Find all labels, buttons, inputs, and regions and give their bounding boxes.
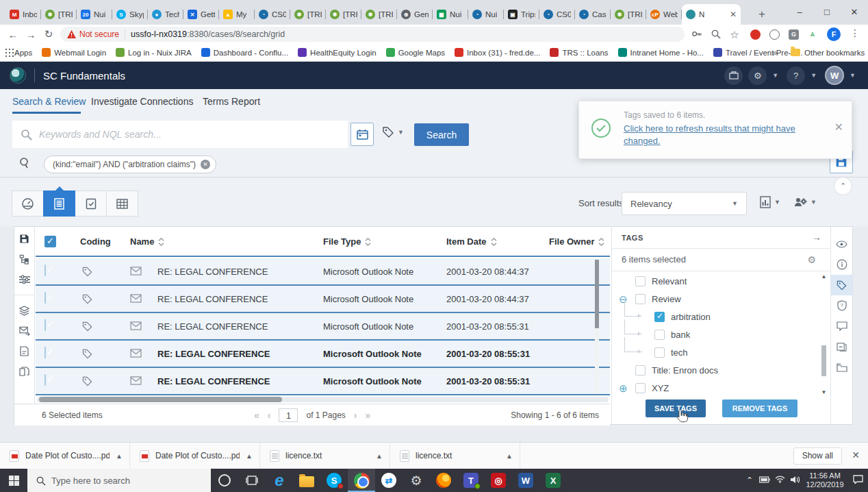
remove-tags-button[interactable]: REMOVE TAGS — [722, 399, 797, 417]
tag-checkbox[interactable] — [654, 347, 665, 358]
browser-tab[interactable]: ✱[TRI — [611, 4, 646, 25]
hierarchy-icon[interactable] — [19, 254, 29, 265]
next-page-icon[interactable]: › — [354, 410, 357, 421]
forward-icon[interactable]: → — [22, 29, 40, 40]
document-icon[interactable] — [20, 346, 29, 356]
checklist-view-icon[interactable] — [75, 190, 107, 217]
row-checkbox[interactable] — [44, 265, 46, 276]
battery-icon[interactable] — [757, 476, 772, 485]
toast-refresh-link[interactable]: Click here to refresh results that might… — [624, 123, 826, 147]
tag-tree-item[interactable]: ⊕XYZ — [612, 379, 821, 397]
tray-chevron-icon[interactable]: ⌃ — [742, 476, 757, 485]
bookmark-item[interactable]: Apps — [5, 49, 32, 57]
tags-panel-icon[interactable] — [831, 275, 853, 295]
other-bookmarks-button[interactable]: Other bookmarks — [791, 49, 865, 57]
browser-tab[interactable]: ◔Case — [575, 4, 611, 25]
download-chevron-icon[interactable]: ▲ — [376, 452, 383, 460]
reload-icon[interactable]: ↻ — [40, 28, 58, 40]
mail-export-icon[interactable] — [19, 326, 30, 336]
browser-tab[interactable]: ✱[TRI — [290, 4, 326, 25]
taskbar-search-input[interactable] — [51, 476, 188, 486]
bookmark-item[interactable]: Google Maps — [386, 48, 445, 57]
bookmark-item[interactable]: Intranet Home - Ho... — [618, 48, 704, 57]
new-tab-button[interactable]: + — [753, 5, 771, 23]
bookmark-item[interactable]: Travel / Event Pre-A... — [713, 48, 803, 57]
teamviewer-icon[interactable]: ⇄ — [375, 469, 403, 492]
browser-tab[interactable]: MInbo — [5, 4, 41, 25]
list-view-icon[interactable] — [43, 190, 75, 217]
url-box[interactable]: Not secure ussfo-l-nx0319 :8380/cases/8/… — [60, 27, 685, 42]
table-row[interactable]: RE: LEGAL CONFERENCEMicrosoft Outlook No… — [36, 313, 610, 341]
last-page-icon[interactable]: » — [366, 410, 371, 421]
cortana-icon[interactable] — [211, 469, 238, 492]
download-chevron-icon[interactable]: ▲ — [506, 452, 513, 460]
column-name[interactable]: Name — [130, 236, 164, 247]
red-app-icon[interactable]: ◎ — [485, 469, 512, 492]
extension-g-icon[interactable]: G — [789, 29, 799, 40]
bookmark-item[interactable]: TRS :: Loans — [550, 48, 608, 57]
preview-eye-icon[interactable] — [831, 234, 853, 254]
bookmark-item[interactable]: Inbox (31) - fred.de... — [455, 48, 540, 57]
tag-tree-item[interactable]: ⊖Review — [612, 290, 821, 308]
taskbar-clock[interactable]: 11:56 AM 12/20/2019 — [802, 471, 847, 489]
browser-tab[interactable]: ◔CS0 — [539, 4, 575, 25]
help-icon[interactable]: ? — [787, 66, 805, 85]
date-filter-button[interactable] — [350, 123, 374, 146]
tab-close-icon[interactable]: ✕ — [730, 10, 737, 19]
column-item-date[interactable]: Item Date — [446, 236, 497, 247]
table-vertical-scrollbar[interactable] — [595, 260, 599, 394]
row-checkbox[interactable] — [44, 319, 46, 331]
browser-tab[interactable]: ▲My — [219, 4, 255, 25]
toast-close-icon[interactable]: ✕ — [834, 121, 843, 134]
window-maximize-button[interactable]: □ — [813, 0, 841, 25]
expand-panel-arrow-icon[interactable]: → — [812, 232, 821, 243]
tag-checkbox[interactable] — [635, 365, 646, 376]
settings-gear-icon[interactable]: ⚙ — [748, 66, 767, 85]
download-item[interactable]: licence.txt▲ — [390, 443, 520, 469]
bookmark-item[interactable]: HealthEquity Login — [298, 48, 376, 57]
user-caret-icon[interactable]: ▼ — [850, 72, 856, 79]
row-checkbox[interactable] — [44, 347, 46, 358]
chart-options-button[interactable]: ▼ — [760, 196, 780, 208]
save-tags-button[interactable]: SAVE TAGS — [646, 399, 706, 417]
excel-icon[interactable]: X — [539, 469, 567, 492]
bookmark-star-icon[interactable]: ☆ — [728, 29, 741, 41]
browser-tab-active[interactable]: N✕ — [682, 4, 741, 25]
browser-tab[interactable]: ⊕Gen — [397, 4, 433, 25]
browser-menu-icon[interactable]: ⋮ — [850, 27, 860, 38]
settings-caret-icon[interactable]: ▼ — [772, 72, 778, 79]
search-button[interactable]: Search — [414, 123, 469, 146]
taskbar-search[interactable] — [27, 469, 211, 492]
browser-tab[interactable]: ▣Trips — [504, 4, 539, 25]
zoom-icon[interactable] — [709, 29, 722, 41]
download-chevron-icon[interactable]: ▲ — [116, 452, 123, 460]
chrome-icon[interactable] — [348, 469, 375, 492]
bookmarks-overflow-icon[interactable]: » — [772, 47, 777, 58]
tag-checkbox[interactable] — [635, 276, 646, 286]
show-all-downloads-button[interactable]: Show all — [793, 447, 842, 465]
table-row[interactable]: RE: LEGAL CONFERENCEMicrosoft Outlook No… — [36, 258, 610, 286]
help-caret-icon[interactable]: ▼ — [810, 72, 817, 79]
action-center-icon[interactable] — [847, 475, 868, 486]
tag-tree-item[interactable]: arbitration — [612, 308, 821, 325]
back-icon[interactable]: ← — [4, 29, 22, 40]
file-explorer-icon[interactable] — [293, 469, 320, 492]
table-row[interactable]: RE: LEGAL CONFERENCEMicrosoft Outlook No… — [36, 286, 610, 313]
browser-tab[interactable]: cPWeb — [646, 4, 682, 25]
column-file-type[interactable]: File Type — [323, 236, 371, 247]
firefox-icon[interactable] — [430, 469, 457, 492]
table-row[interactable]: RE: LEGAL CONFERENCEMicrosoft Outlook No… — [36, 341, 610, 368]
browser-tab[interactable]: ●Tech — [148, 4, 183, 25]
query-chip[interactable]: (kind:"email") AND ("arbitration claims"… — [44, 156, 216, 173]
prev-page-icon[interactable]: ‹ — [268, 410, 271, 421]
browser-tab[interactable]: ✱[TRI — [41, 4, 77, 25]
search-options-button[interactable]: ▼ — [382, 126, 404, 138]
browser-tab[interactable]: SSkyp — [112, 4, 148, 25]
download-item[interactable]: Date Plot of Custo....pdf▲ — [0, 443, 130, 469]
column-file-owner[interactable]: File Owner — [549, 236, 604, 247]
case-archive-icon[interactable] — [724, 66, 743, 85]
tag-tree-item[interactable]: bank — [612, 325, 821, 343]
download-item[interactable]: Date Plot of Custo....pdf▲ — [130, 443, 260, 469]
save-results-icon[interactable] — [19, 234, 29, 244]
extension-green-icon[interactable]: ⩓ — [806, 29, 819, 41]
